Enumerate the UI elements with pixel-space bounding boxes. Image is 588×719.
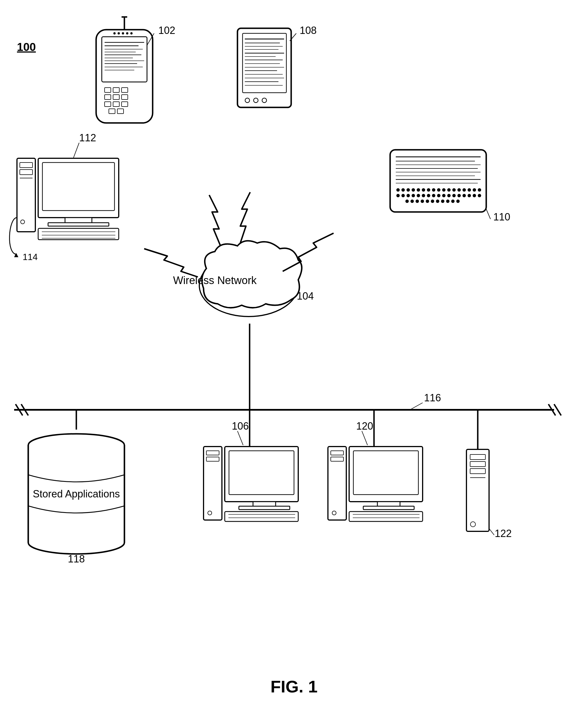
svg-point-88 — [437, 194, 440, 197]
svg-point-67 — [417, 188, 420, 192]
svg-point-85 — [422, 194, 425, 197]
svg-rect-30 — [117, 109, 124, 113]
svg-text:120: 120 — [356, 420, 373, 432]
svg-point-73 — [447, 188, 450, 192]
svg-rect-29 — [109, 109, 115, 113]
svg-point-156 — [208, 511, 212, 515]
svg-point-170 — [332, 511, 336, 515]
svg-text:100: 100 — [17, 41, 36, 53]
svg-rect-172 — [353, 451, 418, 494]
main-svg: 100 1 — [0, 0, 588, 719]
svg-point-49 — [245, 98, 250, 103]
svg-rect-20 — [105, 88, 111, 92]
svg-text:114: 114 — [23, 252, 38, 262]
svg-point-105 — [446, 199, 449, 203]
svg-text:116: 116 — [424, 392, 441, 404]
svg-point-101 — [426, 199, 429, 203]
svg-point-71 — [437, 188, 440, 192]
svg-rect-161 — [225, 511, 298, 522]
svg-point-76 — [462, 188, 466, 192]
svg-point-84 — [417, 194, 420, 197]
svg-point-98 — [411, 199, 414, 203]
svg-point-77 — [467, 188, 471, 192]
svg-point-69 — [427, 188, 430, 192]
svg-rect-118 — [48, 223, 109, 226]
svg-rect-169 — [331, 457, 343, 461]
svg-point-51 — [262, 98, 267, 103]
svg-point-186 — [470, 522, 476, 527]
svg-rect-158 — [229, 451, 294, 494]
svg-text:110: 110 — [493, 211, 510, 223]
svg-rect-116 — [42, 163, 114, 211]
svg-point-114 — [21, 220, 25, 224]
svg-rect-34 — [243, 33, 286, 93]
svg-rect-21 — [113, 88, 119, 92]
svg-point-17 — [122, 32, 124, 35]
svg-point-80 — [396, 194, 400, 197]
svg-line-142 — [410, 403, 423, 410]
svg-text:118: 118 — [68, 553, 85, 565]
svg-rect-182 — [470, 454, 485, 460]
svg-rect-175 — [349, 511, 423, 522]
svg-point-93 — [462, 194, 466, 197]
svg-rect-174 — [363, 506, 414, 510]
svg-point-89 — [442, 194, 445, 197]
svg-rect-24 — [113, 95, 119, 100]
svg-point-86 — [427, 194, 430, 197]
svg-point-95 — [472, 194, 476, 197]
svg-point-78 — [472, 188, 476, 192]
svg-text:106: 106 — [232, 420, 249, 432]
svg-rect-183 — [470, 462, 485, 467]
svg-point-94 — [467, 194, 471, 197]
svg-point-16 — [118, 32, 120, 35]
svg-point-87 — [432, 194, 435, 197]
svg-point-18 — [126, 32, 128, 35]
svg-point-74 — [452, 188, 456, 192]
svg-point-15 — [113, 32, 115, 35]
svg-text:112: 112 — [79, 132, 96, 144]
svg-point-72 — [442, 188, 445, 192]
svg-point-92 — [457, 194, 461, 197]
svg-point-100 — [421, 199, 424, 203]
svg-point-75 — [457, 188, 461, 192]
svg-point-65 — [406, 188, 410, 192]
svg-rect-112 — [20, 170, 33, 175]
svg-point-104 — [441, 199, 444, 203]
svg-rect-4 — [102, 37, 147, 82]
svg-text:102: 102 — [158, 25, 175, 36]
svg-rect-26 — [105, 102, 111, 107]
svg-point-106 — [451, 199, 455, 203]
svg-point-96 — [478, 194, 481, 197]
diagram: 100 1 — [0, 0, 588, 719]
svg-point-83 — [412, 194, 415, 197]
svg-point-68 — [422, 188, 425, 192]
svg-point-91 — [452, 194, 456, 197]
svg-rect-27 — [113, 102, 119, 107]
svg-point-97 — [405, 199, 409, 203]
svg-rect-160 — [239, 506, 290, 510]
svg-point-81 — [401, 194, 405, 197]
svg-text:122: 122 — [495, 528, 512, 539]
svg-line-109 — [486, 209, 490, 219]
svg-point-19 — [130, 32, 132, 35]
svg-text:Stored Applications: Stored Applications — [33, 488, 120, 500]
svg-text:FIG. 1: FIG. 1 — [271, 677, 318, 696]
svg-rect-119 — [38, 228, 119, 240]
svg-rect-154 — [206, 451, 219, 455]
svg-point-50 — [254, 98, 258, 103]
svg-text:108: 108 — [300, 25, 317, 36]
svg-point-102 — [431, 199, 434, 203]
svg-line-189 — [489, 529, 494, 535]
svg-point-63 — [396, 188, 400, 192]
svg-rect-25 — [122, 95, 128, 100]
svg-point-70 — [432, 188, 435, 192]
svg-rect-23 — [105, 95, 111, 100]
svg-text:104: 104 — [297, 290, 314, 302]
svg-rect-22 — [122, 88, 128, 92]
svg-point-99 — [416, 199, 419, 203]
svg-point-82 — [406, 194, 410, 197]
svg-rect-184 — [470, 469, 485, 474]
svg-line-124 — [74, 143, 79, 158]
svg-point-103 — [436, 199, 439, 203]
svg-point-107 — [456, 199, 460, 203]
